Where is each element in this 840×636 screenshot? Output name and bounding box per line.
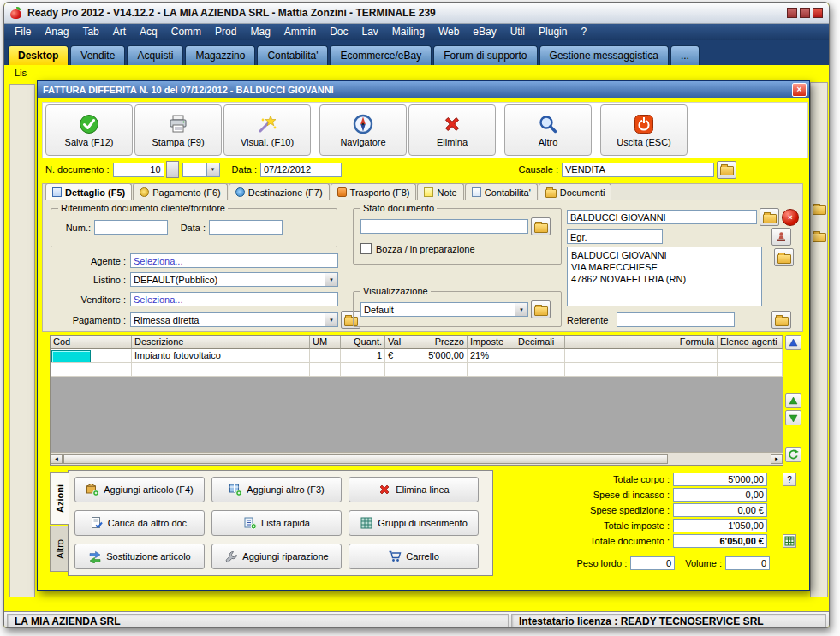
scroll-right-button[interactable]: ►	[771, 454, 783, 464]
move-up-button[interactable]	[785, 393, 801, 408]
menu-art[interactable]: Art	[106, 24, 133, 40]
venditore-select[interactable]	[130, 292, 338, 306]
grid-row-1[interactable]: Impianto fotovoltaico 1 € 5'000,00 21%	[51, 349, 783, 363]
scroll-thumb[interactable]	[63, 454, 668, 464]
grid-empty-row[interactable]	[51, 363, 783, 377]
stato-input[interactable]	[360, 219, 528, 234]
visualizzazione-select[interactable]	[360, 302, 528, 317]
tab-vendite[interactable]: Vendite	[70, 45, 125, 65]
doc-date-input[interactable]	[260, 163, 342, 177]
causale-folder-button[interactable]	[717, 161, 736, 179]
tab-contabilita[interactable]: Contabilita'	[257, 45, 328, 65]
minimize-button[interactable]	[787, 8, 797, 18]
menu-ebay[interactable]: eBay	[466, 24, 503, 40]
referente-input[interactable]	[617, 312, 735, 327]
doc-number-input[interactable]	[113, 163, 164, 177]
dialog-titlebar[interactable]: FATTURA DIFFERITA N. 10 del 07/12/2012 -…	[38, 81, 809, 98]
help-button[interactable]: ?	[783, 473, 796, 486]
col-header-um[interactable]: UM	[310, 336, 341, 349]
gruppi-di-inserimento-button[interactable]: Gruppi di inserimento	[349, 510, 479, 536]
stamp-button[interactable]	[771, 228, 791, 246]
altro-tab[interactable]: Altro	[50, 526, 69, 572]
col-header-descrizione[interactable]: Descrizione	[132, 336, 310, 349]
scroll-left-button[interactable]: ◄	[51, 454, 63, 464]
aggiungi-articolo-button[interactable]: Aggiungi articolo (F4)	[74, 477, 205, 502]
tab-pagamento[interactable]: Pagamento (F6)	[133, 183, 227, 200]
doc-suffix-combo[interactable]	[182, 163, 220, 177]
tab-desktop[interactable]: Desktop	[8, 45, 69, 65]
col-header-elenco-agenti[interactable]: Elenco agenti	[718, 336, 783, 349]
totale-corpo-value[interactable]: 5'000,00	[673, 473, 767, 486]
grid-cell-elenco-agenti[interactable]	[718, 349, 783, 363]
menu-acq[interactable]: Acq	[133, 24, 164, 40]
saluto-input[interactable]	[567, 229, 663, 244]
lista-rapida-button[interactable]: Lista rapida	[211, 510, 342, 536]
carrello-button[interactable]: Carrello	[349, 544, 479, 569]
menu-anag[interactable]: Anag	[38, 24, 75, 40]
grid-cell-val[interactable]: €	[385, 349, 414, 363]
grid-cell-descrizione[interactable]: Impianto fotovoltaico	[132, 349, 310, 363]
menu-file[interactable]: File	[8, 24, 38, 40]
exit-button[interactable]: Uscita (ESC)	[600, 104, 688, 156]
spese-incasso-value[interactable]: 0,00	[673, 488, 767, 502]
totale-documento-value[interactable]: 6'050,00 €	[673, 534, 767, 548]
grid-cell-decimali[interactable]	[515, 349, 565, 363]
tab-destinazione[interactable]: Destinazione (F7)	[229, 183, 330, 200]
causale-input[interactable]	[562, 163, 714, 177]
tab-more[interactable]: ...	[670, 45, 700, 65]
menu-help[interactable]: ?	[574, 24, 593, 40]
menu-mag[interactable]: Mag	[243, 24, 277, 40]
tab-forum-di-supporto[interactable]: Forum di supporto	[433, 45, 537, 65]
save-button[interactable]: Salva (F12)	[45, 104, 133, 156]
altro-button[interactable]: Altro	[504, 104, 592, 156]
menu-mailing[interactable]: Mailing	[385, 24, 432, 40]
elimina-linea-button[interactable]: Elimina linea	[349, 477, 479, 502]
chevron-down-icon[interactable]	[325, 272, 338, 287]
chevron-down-icon[interactable]	[325, 312, 338, 327]
col-header-decimali[interactable]: Decimali	[515, 336, 565, 349]
doc-number-button[interactable]	[166, 161, 179, 178]
tab-ecommerce-ebay[interactable]: Ecommerce/eBay	[330, 45, 432, 65]
agente-select[interactable]	[130, 253, 338, 268]
col-header-cod[interactable]: Cod	[51, 336, 132, 349]
carica-da-altro-doc-button[interactable]: Carica da altro doc.	[74, 510, 205, 536]
grid-horizontal-scrollbar[interactable]: ◄ ►	[51, 452, 783, 465]
tab-acquisti[interactable]: Acquisti	[127, 45, 183, 65]
menu-comm[interactable]: Comm	[164, 24, 208, 40]
titlebar[interactable]: Ready Pro 2012 - V14.12.2 - LA MIA AZIEN…	[4, 3, 829, 24]
preview-button[interactable]: Visual. (F10)	[223, 104, 311, 156]
tab-trasporto[interactable]: Trasporto (F8)	[331, 183, 417, 200]
print-button[interactable]: Stampa (F9)	[134, 104, 222, 156]
sostituzione-articolo-button[interactable]: Sostituzione articolo	[74, 544, 205, 569]
cliente-address-box[interactable]: BALDUCCI GIOVANNI VIA MARECCHIESE 47862 …	[567, 247, 762, 306]
navigator-button[interactable]: Navigatore	[319, 104, 407, 156]
grid-cell-imposte[interactable]: 21%	[468, 349, 515, 363]
doc-suffix-input[interactable]	[182, 163, 206, 177]
delete-button[interactable]: Elimina	[408, 104, 496, 156]
close-button[interactable]	[813, 8, 823, 18]
address-folder-button[interactable]	[774, 248, 794, 266]
azioni-tab[interactable]: Azioni	[50, 472, 69, 525]
grid-cell-prezzo[interactable]: 5'000,00	[414, 349, 468, 363]
chevron-down-icon[interactable]	[206, 163, 220, 177]
move-top-button[interactable]	[785, 335, 801, 350]
col-header-prezzo[interactable]: Prezzo	[414, 336, 468, 349]
tab-magazzino[interactable]: Magazzino	[185, 45, 255, 65]
cliente-name-input[interactable]	[567, 210, 757, 224]
grid-cell-quant[interactable]: 1	[341, 349, 385, 363]
grid-cell-cod[interactable]	[51, 349, 132, 363]
menu-util[interactable]: Util	[503, 24, 532, 40]
cliente-folder-button[interactable]	[760, 208, 779, 226]
col-header-imposte[interactable]: Imposte	[468, 336, 515, 349]
totale-imposte-value[interactable]: 1'050,00	[673, 519, 767, 532]
menu-doc[interactable]: Doc	[323, 24, 354, 40]
rif-data-input[interactable]	[209, 220, 283, 235]
aggiungi-riparazione-button[interactable]: Aggiungi riparazione	[211, 544, 342, 569]
col-header-val[interactable]: Val	[385, 336, 414, 349]
grid-cell-formula[interactable]	[565, 349, 718, 363]
menu-web[interactable]: Web	[432, 24, 466, 40]
maximize-button[interactable]	[800, 8, 810, 18]
move-down-button[interactable]	[785, 410, 801, 425]
grid-cell-um[interactable]	[310, 349, 341, 363]
rif-num-input[interactable]	[94, 220, 168, 235]
